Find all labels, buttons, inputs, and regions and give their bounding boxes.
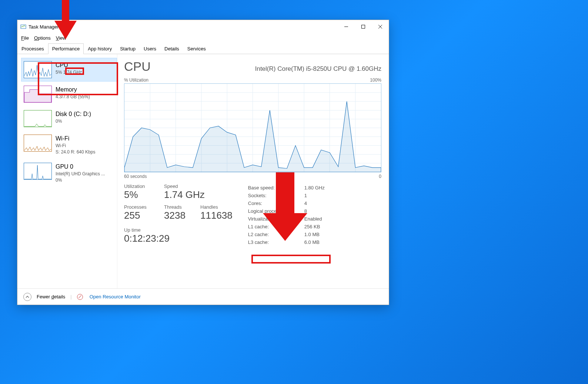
cpu-thumb	[24, 61, 52, 78]
open-resource-monitor-link[interactable]: Open Resource Monitor	[90, 294, 141, 299]
spec-row: Cores:4	[248, 200, 328, 207]
chart-label-60s: 60 seconds	[124, 174, 147, 179]
tab-services[interactable]: Services	[183, 43, 210, 54]
sidebar-item-memory[interactable]: Memory 4.3/7.8 GB (55%)	[21, 82, 117, 106]
stat-handles-label: Handles	[200, 204, 233, 210]
spec-table: Base speed:1.80 GHzSockets:1Cores:4Logic…	[247, 183, 329, 246]
sidebar-gpu-title: GPU 0	[56, 163, 105, 171]
resource-monitor-icon	[77, 294, 83, 300]
stat-processes-label: Processes	[124, 204, 157, 210]
sidebar-item-wifi[interactable]: Wi-Fi Wi-Fi S: 24.0 R: 640 Kbps	[21, 131, 117, 159]
chart-label-0: 0	[379, 174, 381, 179]
tab-startup[interactable]: Startup	[116, 43, 140, 54]
menu-options[interactable]: Options	[34, 35, 51, 41]
tab-processes[interactable]: Processes	[17, 43, 48, 54]
minimize-button[interactable]	[338, 20, 355, 33]
menubar: File Options View	[17, 33, 389, 43]
sidebar-gpu-sub2: 0%	[56, 177, 105, 183]
sidebar-memory-title: Memory	[56, 86, 90, 94]
spec-row: Base speed:1.80 GHz	[248, 184, 328, 191]
tab-performance[interactable]: Performance	[48, 43, 84, 54]
disk-thumb	[24, 110, 52, 127]
uptime-value: 0:12:23:29	[124, 233, 233, 244]
menu-file[interactable]: File	[21, 35, 29, 41]
sidebar-wifi-title: Wi-Fi	[56, 135, 95, 143]
task-manager-icon	[20, 24, 26, 30]
spec-row: Logical processors:8	[248, 208, 328, 215]
spec-row: L1 cache:256 KB	[248, 223, 328, 230]
stat-threads-label: Threads	[164, 204, 194, 210]
sidebar-memory-sub: 4.3/7.8 GB (55%)	[56, 94, 90, 100]
stat-util-label: Utilization	[124, 183, 157, 189]
sidebar-cpu-title: CPU	[56, 61, 82, 69]
chevron-up-icon[interactable]	[23, 293, 31, 301]
cpu-chart	[124, 83, 381, 172]
maximize-button[interactable]	[355, 20, 372, 33]
svg-rect-2	[362, 25, 365, 29]
stat-threads-value: 3238	[164, 210, 194, 221]
tabbar: Processes Performance App history Startu…	[17, 43, 389, 54]
stat-util-value: 5%	[124, 189, 157, 201]
stat-speed-value: 1.74 GHz	[164, 189, 205, 201]
wifi-thumb	[24, 135, 52, 152]
sidebar-gpu-sub1: Intel(R) UHD Graphics ...	[56, 171, 105, 177]
sidebar-item-gpu[interactable]: GPU 0 Intel(R) UHD Graphics ... 0%	[21, 159, 117, 187]
sidebar-item-cpu[interactable]: CPU 5% 1.74 GHz	[21, 58, 117, 82]
performance-sidebar: CPU 5% 1.74 GHz Memory 4.3/7.8 GB (55%)	[17, 54, 117, 288]
chart-label-100: 100%	[370, 77, 381, 83]
sidebar-wifi-sub1: Wi-Fi	[56, 143, 95, 149]
tab-app-history[interactable]: App history	[84, 43, 116, 54]
stat-speed-label: Speed	[164, 183, 205, 189]
sidebar-cpu-sub: 5% 1.74 GHz	[56, 69, 82, 76]
sidebar-item-disk[interactable]: Disk 0 (C: D:) 0%	[21, 107, 117, 130]
spec-row: L3 cache:6.0 MB	[248, 239, 328, 246]
chart-label-util: % Utilization	[124, 77, 148, 83]
gpu-thumb	[24, 163, 52, 180]
sidebar-disk-sub: 0%	[56, 118, 91, 125]
menu-view[interactable]: View	[56, 35, 66, 41]
tab-details[interactable]: Details	[160, 43, 183, 54]
spec-row: Virtualization:Enabled	[248, 215, 328, 222]
fewer-details-link[interactable]: Fewer details	[37, 294, 65, 299]
main-heading: CPU	[124, 59, 151, 74]
window-title: Task Manager	[29, 24, 59, 30]
uptime-label: Up time	[124, 227, 233, 233]
spec-row: L2 cache:1.0 MB	[248, 231, 328, 238]
cpu-model: Intel(R) Core(TM) i5-8250U CPU @ 1.60GHz	[255, 65, 381, 73]
close-button[interactable]	[372, 20, 389, 33]
spec-row: Sockets:1	[248, 192, 328, 199]
main-panel: CPU Intel(R) Core(TM) i5-8250U CPU @ 1.6…	[117, 54, 389, 288]
stat-handles-value: 111638	[200, 210, 233, 221]
task-manager-window: Task Manager File Options View Processes…	[17, 20, 389, 305]
memory-thumb	[24, 86, 52, 103]
sidebar-wifi-sub2: S: 24.0 R: 640 Kbps	[56, 149, 95, 155]
titlebar[interactable]: Task Manager	[17, 20, 389, 33]
sidebar-disk-title: Disk 0 (C: D:)	[56, 110, 91, 118]
tab-users[interactable]: Users	[140, 43, 160, 54]
stat-processes-value: 255	[124, 210, 157, 221]
footer: Fewer details | Open Resource Monitor	[17, 288, 389, 305]
